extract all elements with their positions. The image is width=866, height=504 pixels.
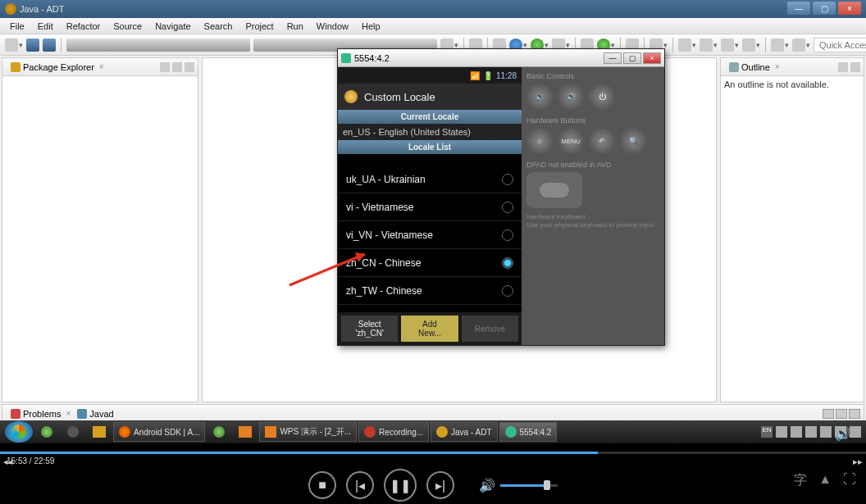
task-button-active[interactable]: 5554:4.2 <box>499 422 558 442</box>
emulator-titlebar[interactable]: 5554:4.2 — ▢ × <box>338 49 664 67</box>
menu-button[interactable]: MENU <box>558 128 584 154</box>
stop-button[interactable]: ■ <box>308 471 336 499</box>
back-button[interactable]: ↶ <box>589 128 615 154</box>
avd-icon[interactable] <box>66 39 250 52</box>
max-icon[interactable] <box>850 62 860 72</box>
menu-icon[interactable] <box>185 62 194 72</box>
volume-up-button[interactable]: 🔊 <box>558 84 584 110</box>
maximize-button[interactable]: ▢ <box>813 2 836 15</box>
tab-javadoc[interactable]: Javad <box>74 407 116 420</box>
pane-max-icon[interactable] <box>849 409 860 419</box>
volume-slider[interactable] <box>500 484 558 487</box>
task-button[interactable]: Recording... <box>358 422 429 442</box>
emu-close-button[interactable]: × <box>643 52 661 64</box>
save-all-icon[interactable] <box>43 39 56 52</box>
tab-outline[interactable]: Outline × <box>726 61 783 74</box>
tray-icon[interactable] <box>791 426 802 438</box>
add-new-button[interactable]: Add New... <box>401 316 458 342</box>
tab-package-explorer[interactable]: Package Explorer × <box>7 61 107 74</box>
menu-search[interactable]: Search <box>198 20 239 33</box>
status-time: 11:28 <box>496 71 517 80</box>
menu-edit[interactable]: Edit <box>31 20 60 33</box>
tray-icon[interactable] <box>850 426 861 438</box>
emu-minimize-button[interactable]: — <box>604 52 622 64</box>
close-icon[interactable]: × <box>99 62 104 71</box>
pane-min-icon[interactable] <box>836 409 847 419</box>
volume-down-button[interactable]: 🔉 <box>526 84 553 110</box>
signal-icon: 📶 <box>470 71 480 80</box>
locale-list[interactable]: uk_UA - Ukrainian vi - Vietnamese vi_VN … <box>338 154 522 312</box>
section-current: Current Locale <box>338 110 522 124</box>
tray-lang-icon[interactable]: EN <box>761 426 773 438</box>
locale-item[interactable]: vi - Vietnamese <box>338 193 522 221</box>
radio-icon-selected[interactable] <box>502 257 513 269</box>
collapse-icon[interactable] <box>160 62 170 72</box>
tab-problems[interactable]: Problems × <box>7 407 74 420</box>
tray-icon[interactable] <box>776 426 787 438</box>
pane-menu-icon[interactable] <box>823 409 834 419</box>
emu-maximize-button[interactable]: ▢ <box>623 52 641 64</box>
menu-help[interactable]: Help <box>355 20 387 33</box>
radio-icon[interactable] <box>502 229 513 241</box>
fwd-icon[interactable] <box>792 39 805 52</box>
fullscreen-button[interactable]: ⛶ <box>843 472 856 489</box>
search-button[interactable]: 🔍 <box>620 128 646 154</box>
task-button[interactable]: Android SDK | A... <box>113 422 205 442</box>
pinned-app[interactable] <box>207 421 231 443</box>
close-button[interactable]: × <box>838 2 861 15</box>
save-icon[interactable] <box>26 39 39 52</box>
pinned-app[interactable] <box>34 421 59 443</box>
nav4-icon[interactable] <box>742 39 755 52</box>
menu-refactor[interactable]: Refactor <box>60 20 107 33</box>
link-icon[interactable] <box>172 62 182 72</box>
tray-icon[interactable] <box>805 426 817 438</box>
prev-button[interactable]: |◂ <box>346 471 374 499</box>
select-button[interactable]: Select 'zh_CN' <box>341 316 398 342</box>
locale-item[interactable]: zh_CN - Chinese <box>338 249 522 277</box>
home-button[interactable]: ⌂ <box>526 128 553 154</box>
next-chapter-button[interactable]: ▸▸ <box>853 456 863 467</box>
power-button[interactable]: ⏻ <box>589 84 615 110</box>
locale-item[interactable]: zh_TW - Chinese <box>338 277 522 305</box>
locale-item[interactable]: vi_VN - Vietnamese <box>338 221 522 249</box>
tray-volume-icon[interactable]: 🔊 <box>835 426 846 438</box>
subtitle-button[interactable]: 字 <box>794 472 807 489</box>
back-icon[interactable] <box>771 39 784 52</box>
menu-project[interactable]: Project <box>239 20 280 33</box>
radio-icon[interactable] <box>502 202 513 213</box>
minimize-button[interactable]: — <box>787 2 810 15</box>
pause-button[interactable]: ❚❚ <box>384 469 417 502</box>
menu-window[interactable]: Window <box>310 20 355 33</box>
task-button[interactable]: Java - ADT <box>431 422 497 442</box>
nav3-icon[interactable] <box>721 39 734 52</box>
task-button[interactable]: WPS 演示 - [2_开... <box>259 422 357 442</box>
pinned-app[interactable] <box>233 421 258 443</box>
new-icon[interactable] <box>5 39 18 52</box>
tray-icon[interactable] <box>820 426 832 438</box>
menu-source[interactable]: Source <box>107 20 148 33</box>
wps-icon <box>265 426 276 438</box>
menu-run[interactable]: Run <box>280 20 310 33</box>
volume-icon[interactable]: 🔊 <box>479 478 495 493</box>
menu-navigate[interactable]: Navigate <box>148 20 197 33</box>
upload-button[interactable]: ▲ <box>818 472 832 489</box>
close-icon[interactable]: × <box>775 62 780 71</box>
progress-bar[interactable] <box>0 452 866 454</box>
nav-icon[interactable] <box>678 39 691 52</box>
start-button[interactable] <box>5 421 33 443</box>
quick-access-input[interactable] <box>814 38 866 52</box>
remove-button[interactable]: Remove <box>462 316 518 342</box>
android-status-bar: 📶 🔋 11:28 <box>338 67 522 84</box>
radio-icon[interactable] <box>502 285 513 297</box>
close-icon[interactable]: × <box>66 409 71 418</box>
next-button[interactable]: ▸| <box>426 471 454 499</box>
pinned-app[interactable] <box>61 421 85 443</box>
nav2-icon[interactable] <box>700 39 713 52</box>
windows-taskbar: Android SDK | A... WPS 演示 - [2_开... Reco… <box>0 420 866 443</box>
radio-icon[interactable] <box>502 174 513 185</box>
kb-hint: Use your physical keyboard to provide in… <box>526 221 659 229</box>
locale-item[interactable]: uk_UA - Ukrainian <box>338 166 522 193</box>
menu-file[interactable]: File <box>3 20 31 33</box>
min-icon[interactable] <box>838 62 848 72</box>
pinned-app[interactable] <box>87 421 112 443</box>
